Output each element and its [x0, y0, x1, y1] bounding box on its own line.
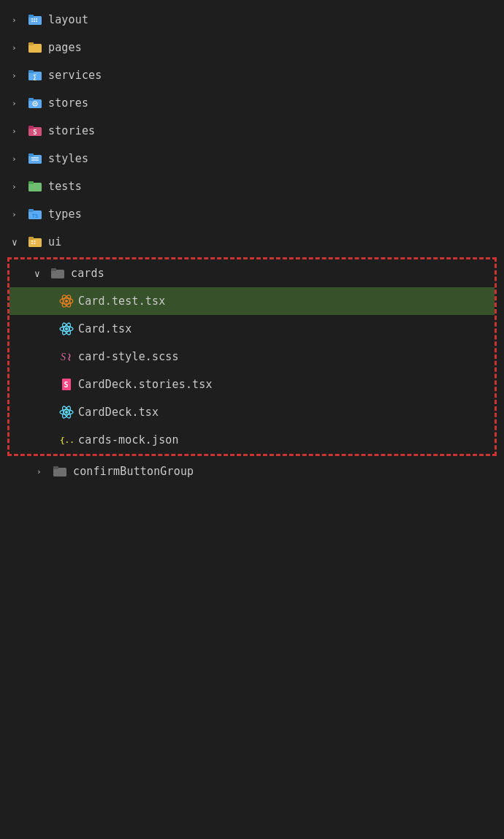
svg-rect-4 — [36, 18, 37, 20]
svg-rect-3 — [34, 18, 35, 20]
folder-ui-icon — [26, 233, 44, 251]
file-tree: › layout › pages — [0, 0, 504, 491]
folder-cards[interactable]: ∨ cards — [9, 259, 495, 287]
svg-rect-36 — [51, 268, 56, 271]
svg-point-16 — [34, 103, 36, 105]
chevron-right-icon: › — [12, 99, 26, 108]
svg-text:{..}: {..} — [60, 436, 74, 445]
file-card-test-label: Card.test.tsx — [78, 295, 165, 308]
folder-confirmbuttongroup-icon — [51, 463, 69, 480]
svg-rect-2 — [31, 18, 33, 20]
svg-rect-14 — [28, 98, 34, 101]
selection-box: ∨ cards Card.test.tsx — [7, 257, 497, 456]
svg-text:TS: TS — [32, 213, 38, 219]
file-card-style[interactable]: S card-style.scss — [9, 343, 495, 371]
folder-ui[interactable]: ∨ ui — [0, 228, 504, 256]
chevron-right-icon: › — [12, 210, 26, 219]
folder-pages[interactable]: › pages — [0, 34, 504, 61]
folder-tests-label: tests — [48, 180, 82, 193]
chevron-right-icon: › — [12, 154, 26, 164]
folder-layout[interactable]: › layout — [0, 6, 504, 34]
folder-styles-icon — [26, 150, 44, 167]
folder-layout-icon — [26, 11, 44, 29]
folder-stores-icon — [26, 94, 44, 112]
chevron-right-icon: › — [12, 182, 26, 191]
svg-rect-33 — [31, 243, 33, 244]
file-cards-mock-label: cards-mock.json — [78, 433, 179, 447]
json-icon: {..} — [59, 433, 74, 447]
file-card-tsx-label: Card.tsx — [78, 322, 131, 335]
file-carddeck-stories-label: CardDeck.stories.tsx — [78, 378, 213, 391]
svg-rect-32 — [34, 240, 36, 242]
folder-ui-label: ui — [48, 235, 61, 248]
folder-confirmbuttongroup-label: confirmButtonGroup — [73, 465, 194, 478]
svg-rect-31 — [31, 240, 33, 242]
svg-rect-27 — [28, 209, 34, 212]
svg-point-51 — [65, 411, 68, 414]
file-card-test[interactable]: Card.test.tsx — [9, 287, 495, 315]
chevron-down-icon: ∨ — [34, 268, 49, 279]
svg-rect-7 — [36, 20, 37, 22]
folder-services-label: services — [48, 69, 102, 82]
folder-stories-label: stories — [48, 124, 95, 137]
storybook-icon: S — [59, 377, 74, 392]
svg-rect-6 — [34, 20, 35, 22]
svg-text:S: S — [33, 129, 37, 136]
file-cards-mock[interactable]: {..} cards-mock.json — [9, 426, 495, 454]
chevron-down-icon: ∨ — [12, 237, 26, 248]
folder-services[interactable]: › ∑ services — [0, 61, 504, 89]
svg-rect-11 — [28, 70, 34, 73]
svg-rect-9 — [28, 42, 34, 45]
folder-tests-icon — [26, 178, 44, 195]
folder-layout-label: layout — [48, 13, 88, 26]
scss-icon: S — [59, 349, 74, 364]
svg-point-40 — [65, 300, 68, 303]
svg-rect-25 — [28, 181, 34, 184]
folder-cards-label: cards — [71, 267, 104, 280]
folder-types-label: types — [48, 208, 82, 221]
react-icon-2 — [59, 405, 74, 420]
react-test-icon — [59, 294, 74, 308]
svg-point-44 — [65, 327, 68, 330]
file-carddeck-tsx-label: CardDeck.tsx — [78, 406, 159, 419]
react-icon — [59, 322, 74, 336]
file-carddeck-stories[interactable]: S CardDeck.stories.tsx — [9, 371, 495, 398]
folder-confirmbuttongroup[interactable]: › confirmButtonGroup — [0, 458, 504, 485]
folder-cards-icon — [49, 265, 66, 282]
folder-pages-label: pages — [48, 41, 82, 54]
folder-services-icon: ∑ — [26, 67, 44, 84]
svg-rect-34 — [34, 243, 36, 244]
folder-types-icon: TS — [26, 205, 44, 223]
chevron-right-icon: › — [12, 71, 26, 80]
folder-stories[interactable]: › S stories — [0, 117, 504, 145]
file-card-tsx[interactable]: Card.tsx — [9, 315, 495, 343]
folder-stores-label: stores — [48, 96, 88, 110]
svg-text:∑: ∑ — [34, 74, 37, 80]
svg-text:S: S — [64, 381, 69, 389]
chevron-right-icon: › — [12, 43, 26, 53]
folder-stories-icon: S — [26, 122, 44, 140]
file-carddeck-tsx[interactable]: CardDeck.tsx — [9, 398, 495, 426]
folder-tests[interactable]: › tests — [0, 172, 504, 200]
chevron-right-icon: › — [12, 126, 26, 136]
svg-rect-21 — [28, 153, 34, 156]
chevron-right-icon: › — [37, 467, 51, 477]
svg-text:S: S — [61, 352, 66, 362]
folder-styles[interactable]: › styles — [0, 145, 504, 172]
svg-rect-30 — [28, 237, 34, 240]
svg-rect-1 — [28, 15, 34, 18]
folder-stores[interactable]: › stores — [0, 89, 504, 117]
folder-styles-label: styles — [48, 152, 88, 165]
file-card-style-label: card-style.scss — [78, 350, 179, 363]
svg-rect-54 — [53, 466, 58, 469]
chevron-right-icon: › — [12, 15, 26, 25]
folder-types[interactable]: › TS types — [0, 200, 504, 228]
svg-rect-5 — [31, 20, 33, 22]
folder-pages-icon — [26, 39, 44, 56]
